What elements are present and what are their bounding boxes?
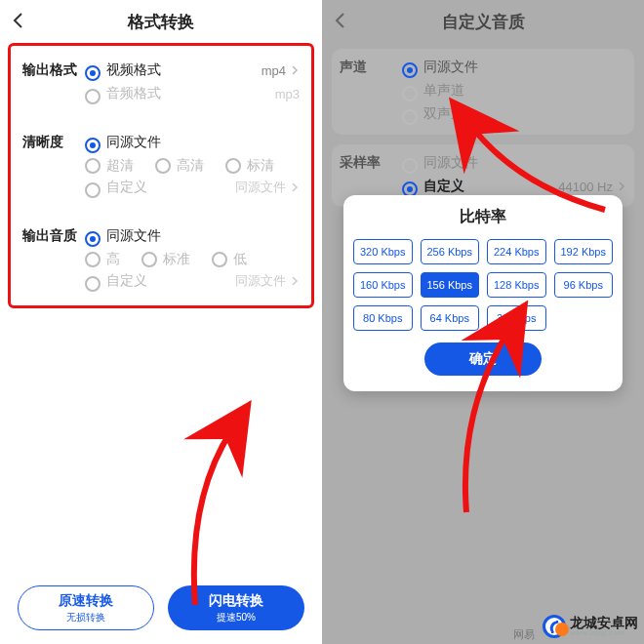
chevron-right-icon[interactable] [617, 181, 626, 191]
card-output-format: 输出格式 视频格式 mp4 音频格式 mp3 [15, 52, 307, 114]
bitrate-option[interactable]: 320 Kbps [353, 239, 413, 264]
value-audio-format: mp3 [275, 87, 300, 101]
back-icon[interactable] [332, 12, 349, 29]
option-quality-high[interactable]: 高 [106, 251, 120, 268]
chevron-right-icon[interactable] [290, 65, 300, 75]
radio-channel-same[interactable] [402, 62, 418, 78]
label-samplerate: 采样率 [340, 154, 402, 172]
radio-clarity-custom[interactable] [85, 182, 101, 198]
radio-video-format[interactable] [85, 65, 101, 81]
watermark: 龙城安卓网 www.lcjrg.com [543, 615, 638, 638]
bitrate-option[interactable]: 156 Kbps [421, 272, 480, 298]
annotation-arrow-bottom [449, 322, 566, 517]
radio-quality-low[interactable] [212, 252, 227, 267]
card-quality: 输出音质 同源文件 高 标准 低 自定义 同源文件 [15, 218, 307, 302]
radio-quality-custom[interactable] [85, 276, 101, 292]
normal-convert-button[interactable]: 原速转换 无损转换 [18, 585, 154, 630]
watermark-url: www.lcjrg.com [570, 629, 638, 637]
label-clarity: 清晰度 [22, 134, 85, 151]
option-clarity-custom[interactable]: 自定义 [106, 179, 147, 196]
right-screen: 自定义音质 声道 同源文件 单声道 双声道 采 [322, 0, 644, 644]
annotation-arrow-left [185, 420, 263, 615]
radio-audio-format[interactable] [85, 89, 101, 104]
bitrate-option[interactable]: 160 Kbps [353, 272, 413, 298]
card-clarity: 清晰度 同源文件 超清 高清 标清 自定义 同源文件 [15, 124, 307, 208]
option-channel-mono[interactable]: 单声道 [423, 82, 464, 100]
bitrate-grid: 320 Kbps256 Kbps224 Kbps192 Kbps160 Kbps… [353, 239, 613, 331]
option-quality-low[interactable]: 低 [233, 251, 247, 268]
option-channel-same[interactable]: 同源文件 [423, 59, 478, 76]
label-quality: 输出音质 [22, 227, 85, 245]
option-quality-same[interactable]: 同源文件 [106, 227, 161, 245]
option-clarity-same[interactable]: 同源文件 [106, 134, 161, 151]
radio-channel-mono[interactable] [402, 86, 418, 101]
bottom-button-row: 原速转换 无损转换 闪电转换 提速50% [0, 585, 322, 630]
bitrate-option[interactable]: 256 Kbps [421, 239, 480, 264]
left-header: 格式转换 [0, 0, 322, 43]
radio-channel-stereo[interactable] [402, 109, 418, 125]
radio-quality-same[interactable] [85, 231, 101, 247]
label-channel: 声道 [340, 59, 402, 76]
normal-convert-sub: 无损转换 [66, 611, 105, 624]
value-video-format: mp4 [262, 63, 286, 78]
option-clarity-high[interactable]: 高清 [177, 157, 204, 175]
option-audio-format[interactable]: 音频格式 [106, 85, 161, 102]
radio-clarity-std[interactable] [225, 158, 241, 174]
back-icon[interactable] [10, 12, 27, 29]
radio-quality-std[interactable] [141, 252, 157, 267]
chevron-right-icon[interactable] [290, 182, 300, 192]
bitrate-option[interactable]: 192 Kbps [554, 239, 614, 264]
bitrate-option[interactable]: 128 Kbps [487, 272, 546, 298]
label-output-format: 输出格式 [22, 61, 85, 79]
brand-text: 网易 [513, 627, 535, 642]
option-quality-std[interactable]: 标准 [163, 251, 190, 268]
radio-clarity-high[interactable] [155, 158, 171, 174]
watermark-logo-icon [543, 615, 566, 638]
bitrate-option[interactable]: 96 Kbps [554, 272, 614, 298]
radio-quality-high[interactable] [85, 252, 101, 267]
left-title: 格式转换 [128, 11, 194, 33]
value-clarity-custom: 同源文件 [235, 179, 286, 196]
bitrate-option[interactable]: 80 Kbps [353, 305, 413, 331]
option-video-format[interactable]: 视频格式 [106, 61, 161, 79]
option-clarity-std[interactable]: 标清 [247, 157, 274, 175]
radio-clarity-hd[interactable] [85, 158, 101, 174]
option-quality-custom[interactable]: 自定义 [106, 272, 147, 290]
right-title: 自定义音质 [442, 11, 525, 33]
chevron-right-icon[interactable] [290, 276, 300, 286]
annotation-arrow-top [459, 117, 615, 215]
radio-clarity-same[interactable] [85, 138, 101, 153]
highlight-box: 输出格式 视频格式 mp4 音频格式 mp3 清晰度 [8, 43, 314, 308]
watermark-name: 龙城安卓网 [570, 616, 638, 629]
right-header: 自定义音质 [322, 0, 644, 43]
normal-convert-label: 原速转换 [59, 592, 113, 610]
left-screen: 格式转换 输出格式 视频格式 mp4 音频格式 mp3 [0, 0, 322, 644]
bitrate-option[interactable]: 224 Kbps [487, 239, 546, 264]
radio-sample-same[interactable] [402, 158, 418, 174]
value-quality-custom: 同源文件 [235, 272, 286, 290]
option-clarity-hd[interactable]: 超清 [106, 157, 134, 175]
